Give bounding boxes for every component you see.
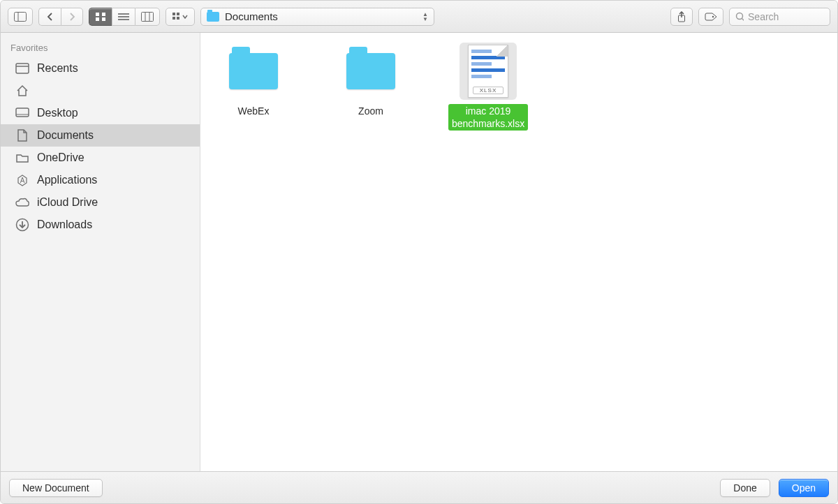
sidebar-item-label: Documents bbox=[37, 129, 94, 142]
documents-icon bbox=[15, 128, 30, 142]
list-icon bbox=[118, 13, 129, 21]
svg-rect-13 bbox=[177, 13, 179, 15]
view-icons-button[interactable] bbox=[89, 8, 112, 26]
sidebar-item-documents[interactable]: Documents bbox=[1, 124, 200, 147]
chevron-right-icon bbox=[68, 13, 75, 21]
body: Favorites Recents Desktop Documents OneD… bbox=[1, 33, 837, 471]
svg-rect-9 bbox=[142, 12, 154, 21]
sidebar-item-label: Desktop bbox=[37, 107, 78, 119]
svg-point-19 bbox=[737, 13, 743, 19]
view-columns-button[interactable] bbox=[135, 8, 160, 26]
nav-back-forward bbox=[38, 8, 83, 26]
share-icon bbox=[677, 11, 686, 22]
file-item-folder[interactable]: WebEx bbox=[220, 43, 287, 118]
view-list-button[interactable] bbox=[112, 8, 135, 26]
file-name: Zoom bbox=[355, 104, 387, 118]
sidebar-item-desktop[interactable]: Desktop bbox=[1, 102, 200, 124]
svg-rect-3 bbox=[102, 13, 105, 16]
sidebar-item-label: Applications bbox=[37, 174, 97, 186]
new-document-button[interactable]: New Document bbox=[9, 479, 103, 497]
sidebar-item-icloud[interactable]: iCloud Drive bbox=[1, 191, 200, 214]
svg-rect-5 bbox=[102, 17, 105, 21]
toolbar: Documents ▲▼ bbox=[1, 1, 837, 33]
desktop-icon bbox=[15, 108, 30, 119]
svg-rect-4 bbox=[96, 17, 99, 21]
sidebar-item-applications[interactable]: A Applications bbox=[1, 169, 200, 191]
sidebar-section-title: Favorites bbox=[1, 40, 200, 57]
sidebar-resize-handle[interactable] bbox=[196, 33, 200, 471]
cloud-icon bbox=[15, 197, 30, 208]
svg-rect-12 bbox=[172, 13, 175, 15]
sidebar: Favorites Recents Desktop Documents OneD… bbox=[1, 33, 200, 471]
downloads-icon bbox=[15, 218, 30, 232]
sidebar-toggle-button[interactable] bbox=[8, 8, 33, 26]
folder-icon bbox=[207, 12, 219, 22]
back-button[interactable] bbox=[38, 8, 61, 26]
tags-button[interactable] bbox=[698, 8, 723, 26]
sidebar-item-onedrive[interactable]: OneDrive bbox=[1, 147, 200, 169]
chevron-left-icon bbox=[47, 13, 54, 21]
share-button[interactable] bbox=[670, 8, 693, 26]
footer: New Document Done Open bbox=[1, 471, 837, 503]
file-item-folder[interactable]: Zoom bbox=[337, 43, 404, 118]
file-name: imac 2019 benchmarks.xlsx bbox=[448, 104, 528, 131]
svg-rect-2 bbox=[96, 13, 99, 16]
forward-button[interactable] bbox=[61, 8, 83, 26]
group-menu bbox=[166, 8, 195, 26]
search-field[interactable] bbox=[729, 8, 830, 26]
sidebar-item-label: OneDrive bbox=[37, 151, 84, 164]
search-icon bbox=[735, 12, 744, 22]
home-icon bbox=[15, 84, 30, 97]
group-icon bbox=[172, 12, 189, 22]
sidebar-icon bbox=[14, 12, 27, 22]
view-mode-segment bbox=[89, 8, 160, 26]
open-button[interactable]: Open bbox=[779, 479, 829, 497]
updown-icon: ▲▼ bbox=[422, 12, 428, 22]
sidebar-item-downloads[interactable]: Downloads bbox=[1, 214, 200, 236]
file-name: WebEx bbox=[235, 104, 273, 118]
sidebar-item-label: Recents bbox=[37, 62, 78, 75]
svg-rect-21 bbox=[16, 64, 29, 73]
columns-icon bbox=[141, 12, 154, 22]
finder-open-dialog: Documents ▲▼ Favorites Recents bbox=[0, 0, 838, 504]
sidebar-item-recents[interactable]: Recents bbox=[1, 57, 200, 80]
recents-icon bbox=[15, 63, 30, 74]
done-button[interactable]: Done bbox=[720, 479, 770, 497]
xlsx-icon: XLSX bbox=[460, 43, 517, 100]
folder-icon bbox=[225, 43, 282, 100]
group-button[interactable] bbox=[166, 8, 195, 26]
svg-rect-0 bbox=[15, 12, 27, 21]
svg-rect-14 bbox=[172, 17, 175, 20]
svg-rect-23 bbox=[16, 108, 29, 117]
tag-icon bbox=[705, 12, 717, 22]
grid-icon bbox=[95, 12, 106, 22]
applications-icon: A bbox=[15, 174, 30, 186]
sidebar-item-label: iCloud Drive bbox=[37, 196, 98, 209]
sidebar-item-label: Downloads bbox=[37, 218, 92, 231]
path-popup[interactable]: Documents ▲▼ bbox=[200, 8, 434, 26]
svg-point-18 bbox=[712, 15, 714, 17]
svg-rect-15 bbox=[177, 17, 179, 20]
svg-line-20 bbox=[742, 18, 744, 21]
folder-icon bbox=[342, 43, 399, 100]
folder-icon bbox=[15, 152, 30, 163]
sidebar-item-home[interactable] bbox=[1, 80, 200, 102]
file-item-xlsx[interactable]: XLSX imac 2019 benchmarks.xlsx bbox=[455, 43, 522, 131]
file-grid[interactable]: WebEx Zoom XLSX imac 2019 benchmarks.xls… bbox=[200, 33, 837, 471]
svg-text:A: A bbox=[20, 177, 25, 184]
search-input[interactable] bbox=[748, 11, 824, 22]
path-label: Documents bbox=[225, 10, 417, 22]
